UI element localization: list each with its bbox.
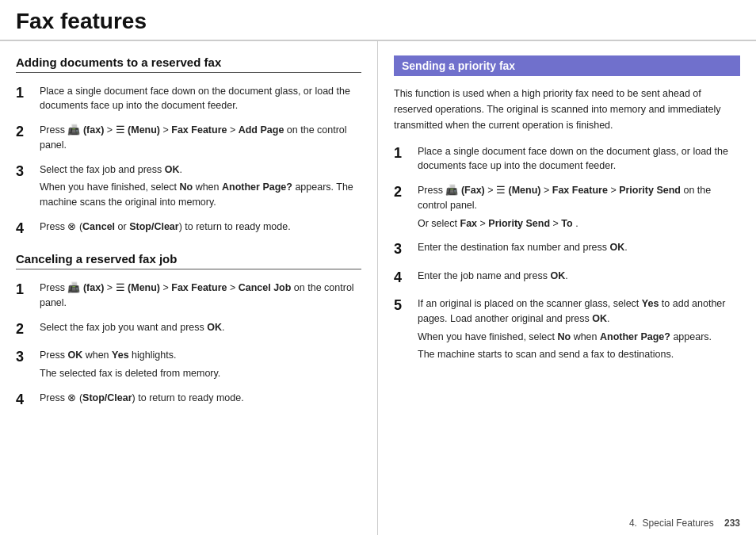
fax-icon: 📠 [67, 124, 80, 136]
list-item: 3 Select the fax job and press OK. When … [16, 162, 361, 210]
list-item: 3 Press OK when Yes highlights. The sele… [16, 348, 361, 381]
list-item: 4 Press ⊗ (Cancel or Stop/Clear) to retu… [16, 220, 361, 238]
page-footer: 4. Special Features 233 [629, 518, 740, 529]
canceling-section: Canceling a reserved fax job 1 Press 📠 (… [16, 252, 361, 409]
step-content: Press OK when Yes highlights. The select… [40, 348, 361, 381]
step-content: Enter the job name and press OK. [418, 269, 740, 284]
adding-documents-section: Adding documents to a reserved fax 1 Pla… [16, 55, 361, 239]
page-title: Fax features [16, 8, 740, 35]
priority-fax-intro: This function is used when a high priori… [394, 86, 740, 133]
step-number: 1 [394, 144, 411, 162]
adding-documents-list: 1 Place a single document face down on t… [16, 84, 361, 239]
menu-icon: ☰ [116, 282, 125, 293]
step-number: 3 [16, 162, 33, 181]
step-note: When you have finished, select No when A… [418, 330, 740, 345]
left-column: Adding documents to a reserved fax 1 Pla… [0, 41, 378, 535]
step-content: If an original is placed on the scanner … [418, 296, 740, 362]
step-content: Press 📠 (Fax) > ☰ (Menu) > Fax Feature >… [418, 183, 740, 231]
list-item: 1 Place a single document face down on t… [394, 144, 740, 174]
step-content: Place a single document face down on the… [40, 84, 361, 114]
stop-icon: ⊗ [67, 221, 76, 232]
step-content: Press 📠 (fax) > ☰ (Menu) > Fax Feature >… [40, 281, 361, 311]
step-note: Or select Fax > Priority Send > To . [418, 216, 740, 231]
step-number: 2 [394, 183, 411, 201]
step-number: 1 [16, 281, 33, 299]
step-number: 4 [394, 269, 411, 287]
menu-icon: ☰ [496, 185, 506, 196]
step-number: 2 [16, 123, 33, 141]
step-note-2: The machine starts to scan and send a fa… [418, 347, 740, 362]
step-content: Press 📠 (fax) > ☰ (Menu) > Fax Feature >… [40, 123, 361, 153]
list-item: 2 Press 📠 (fax) > ☰ (Menu) > Fax Feature… [16, 123, 361, 153]
step-content: Enter the destination fax number and pre… [418, 240, 740, 255]
list-item: 4 Press ⊗ (Stop/Clear) to return to read… [16, 391, 361, 409]
step-content: Select the fax job and press OK. When yo… [40, 162, 361, 210]
fax-icon: 📠 [67, 282, 80, 293]
menu-icon: ☰ [116, 124, 125, 136]
step-number: 2 [16, 320, 33, 338]
fax-icon: 📠 [445, 185, 458, 196]
step-content: Select the fax job you want and press OK… [40, 320, 361, 335]
step-content: Press ⊗ (Stop/Clear) to return to ready … [40, 391, 361, 406]
list-item: 1 Place a single document face down on t… [16, 84, 361, 114]
step-number: 4 [16, 220, 33, 238]
right-column: Sending a priority fax This function is … [378, 41, 756, 535]
canceling-header: Canceling a reserved fax job [16, 252, 361, 269]
step-number: 3 [16, 348, 33, 366]
step-number: 5 [394, 296, 411, 315]
page-number: 233 [724, 518, 740, 529]
step-content: Place a single document face down on the… [418, 144, 740, 174]
title-bar: Fax features [0, 0, 756, 41]
priority-fax-header: Sending a priority fax [394, 55, 740, 76]
adding-documents-header: Adding documents to a reserved fax [16, 55, 361, 73]
priority-fax-list: 1 Place a single document face down on t… [394, 144, 740, 363]
step-note: The selected fax is deleted from memory. [40, 366, 361, 381]
page-container: Fax features Adding documents to a reser… [0, 0, 756, 535]
list-item: 1 Press 📠 (fax) > ☰ (Menu) > Fax Feature… [16, 281, 361, 311]
canceling-list: 1 Press 📠 (fax) > ☰ (Menu) > Fax Feature… [16, 281, 361, 409]
content-area: Adding documents to a reserved fax 1 Pla… [0, 41, 756, 535]
step-number: 3 [394, 240, 411, 258]
step-number: 1 [16, 84, 33, 102]
stop-icon: ⊗ [67, 392, 76, 403]
list-item: 2 Select the fax job you want and press … [16, 320, 361, 338]
list-item: 5 If an original is placed on the scanne… [394, 296, 740, 362]
list-item: 3 Enter the destination fax number and p… [394, 240, 740, 258]
step-number: 4 [16, 391, 33, 409]
list-item: 4 Enter the job name and press OK. [394, 269, 740, 287]
footer-section: 4. Special Features [629, 518, 714, 529]
step-content: Press ⊗ (Cancel or Stop/Clear) to return… [40, 220, 361, 235]
step-note: When you have finished, select No when A… [40, 180, 361, 210]
list-item: 2 Press 📠 (Fax) > ☰ (Menu) > Fax Feature… [394, 183, 740, 231]
